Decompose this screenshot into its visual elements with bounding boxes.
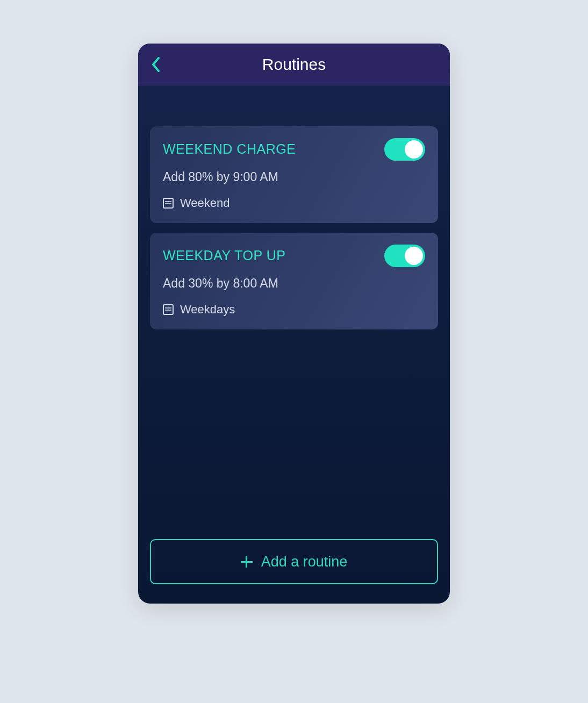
- routine-description: Add 80% by 9:00 AM: [163, 170, 425, 184]
- routine-toggle[interactable]: [384, 138, 425, 161]
- routine-card[interactable]: WEEKDAY TOP UP Add 30% by 8:00 AM Weekda…: [150, 233, 438, 329]
- footer: Add a routine: [138, 539, 450, 604]
- routine-schedule: Weekdays: [163, 303, 425, 317]
- routine-card[interactable]: WEEKEND CHARGE Add 80% by 9:00 AM Weeken…: [150, 126, 438, 223]
- page-title: Routines: [262, 55, 326, 74]
- calendar-icon: [163, 198, 174, 209]
- routine-toggle[interactable]: [384, 245, 425, 267]
- plus-icon: [241, 556, 253, 568]
- toggle-knob: [405, 140, 423, 159]
- routine-description: Add 30% by 8:00 AM: [163, 276, 425, 291]
- routines-list: WEEKEND CHARGE Add 80% by 9:00 AM Weeken…: [138, 85, 450, 539]
- routine-schedule: Weekend: [163, 196, 425, 210]
- add-routine-button[interactable]: Add a routine: [150, 539, 438, 584]
- header-bar: Routines: [138, 44, 450, 85]
- app-screen: Routines WEEKEND CHARGE Add 80% by 9:00 …: [138, 44, 450, 604]
- back-button[interactable]: [146, 44, 167, 85]
- calendar-icon: [163, 304, 174, 315]
- add-routine-label: Add a routine: [261, 554, 348, 570]
- chevron-left-icon: [150, 56, 163, 73]
- routine-schedule-label: Weekend: [180, 196, 230, 210]
- routine-schedule-label: Weekdays: [180, 303, 235, 317]
- toggle-knob: [405, 247, 423, 265]
